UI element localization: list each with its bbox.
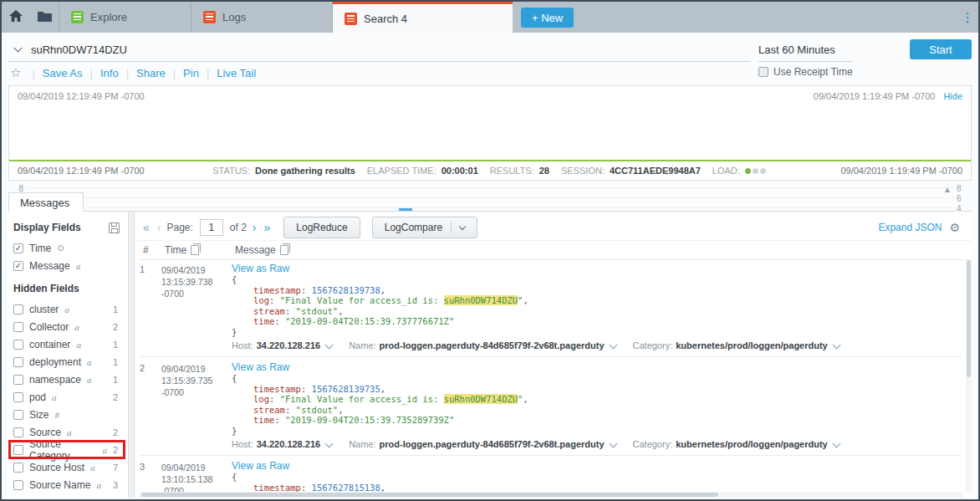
source-category-value: kubernetes/prod/loggen/pagerduty [676,340,828,350]
source-host-dropdown-icon[interactable] [325,340,334,349]
query-chevron-down-icon[interactable] [14,44,23,53]
pin-link[interactable]: Pin [183,67,199,79]
tab-search-4-label: Search 4 [364,13,407,25]
field-count: 1 [113,357,128,367]
favorite-star-icon[interactable]: ☆ [10,65,21,80]
json-key: log [253,295,269,305]
save-as-link[interactable]: Save As [43,67,83,79]
use-receipt-time-label: Use Receipt Time [773,66,853,78]
last-page-icon[interactable]: » [263,221,273,234]
message-rows: 1 09/04/2019 13:15:39.738 -0700 View as … [140,258,962,498]
hidden-field-source-host[interactable]: Source Host a 7 [8,458,128,476]
source-host-dropdown-icon[interactable] [325,439,334,447]
load-dot [760,168,766,174]
new-tab-button[interactable]: + New [521,8,574,28]
load-label: LOAD: [712,166,740,176]
view-as-raw-link[interactable]: View as Raw [232,361,962,373]
field-label: deployment [29,356,81,368]
field-checkbox[interactable] [13,261,23,271]
tab-search-4[interactable]: Search 4 [332,2,513,33]
row-metadata: Host:34.220.128.216Name:prod-loggen.page… [232,439,962,449]
logcompare-chevron-down-icon[interactable] [459,223,466,230]
tab-logs[interactable]: Logs [191,2,332,33]
vertical-scrollbar[interactable] [966,258,972,492]
sidebar-splitter[interactable] [128,212,135,498]
logcompare-button[interactable]: LogCompare [372,217,477,238]
next-page-icon[interactable]: › [251,221,258,234]
source-category-dropdown-icon[interactable] [832,439,840,447]
share-link[interactable]: Share [136,67,166,79]
field-checkbox[interactable] [13,445,23,455]
home-button[interactable] [2,2,30,33]
json-key: time [253,415,274,425]
highlighted-search-term: suRhn0DW714DZU [444,295,518,305]
page-label: Page: [166,222,192,233]
display-field-message[interactable]: Message a [8,257,128,274]
separator: | [32,67,34,79]
info-link[interactable]: Info [100,67,119,79]
logreduce-button[interactable]: LogReduce [283,217,360,238]
tab-messages[interactable]: Messages [8,192,84,212]
session-value: 4CC711AEDE9948A7 [610,166,701,176]
results-value: 28 [539,166,549,176]
start-button[interactable]: Start [910,39,972,59]
field-checkbox[interactable] [13,480,23,490]
hidden-field-size[interactable]: Size # [8,406,128,423]
view-as-raw-link[interactable]: View as Raw [232,460,962,472]
field-type-icon: a [87,357,92,367]
expand-json-link[interactable]: Expand JSON [878,222,942,233]
kebab-menu-icon[interactable]: ⋮ [957,2,978,33]
fields-sidebar: Display Fields Time ⊙ Message a Hidden F… [8,212,128,498]
scrollbar-thumb[interactable] [141,493,718,497]
hidden-field-deployment[interactable]: deployment a 1 [8,353,128,371]
sumo-logic-search-window: Explore Logs Search 4 + New ⋮ Last 60 Mi… [0,0,980,501]
page-number-input[interactable] [200,219,223,236]
copy-icon[interactable] [280,245,288,255]
use-receipt-time-checkbox[interactable] [758,67,768,77]
time-range-selector[interactable]: Last 60 Minutes [758,38,852,62]
hidden-field-collector[interactable]: Collector a 2 [8,318,128,335]
field-checkbox[interactable] [13,304,23,314]
display-field-time[interactable]: Time ⊙ [8,239,128,257]
hidden-field-container[interactable]: container a 1 [8,335,128,353]
source-category-dropdown-icon[interactable] [832,340,840,349]
hide-histogram-link[interactable]: Hide [943,91,962,101]
status-start-time: 09/04/2019 12:19:49 PM -0700 [18,166,145,176]
view-as-raw-link[interactable]: View as Raw [232,263,962,274]
field-checkbox[interactable] [13,243,23,253]
library-button[interactable] [30,2,59,33]
save-fields-icon[interactable] [109,222,120,233]
source-category-label: Category: [633,439,673,449]
hidden-field-pod[interactable]: pod a 2 [8,388,128,406]
tab-explore[interactable]: Explore [59,2,191,33]
field-checkbox[interactable] [13,375,23,385]
field-checkbox[interactable] [13,322,23,332]
copy-icon[interactable] [191,245,199,255]
field-label: pod [29,391,46,403]
hidden-field-cluster[interactable]: cluster a 1 [8,300,128,318]
field-checkbox[interactable] [13,357,23,367]
gear-icon[interactable]: ⚙ [949,221,960,234]
horizontal-scrollbar[interactable] [140,492,963,498]
field-checkbox[interactable] [13,410,23,420]
scrollbar-thumb[interactable] [967,260,971,377]
json-number-value: 1567627815138 [312,483,380,493]
field-checkbox[interactable] [13,427,23,437]
time-range-value: Last 60 Minutes [758,43,835,56]
first-page-icon[interactable]: « [141,221,151,234]
live-tail-link[interactable]: Live Tail [217,67,256,79]
field-count: 1 [113,304,128,314]
search-query-input[interactable] [31,43,751,56]
source-name-dropdown-icon[interactable] [609,340,617,349]
field-checkbox[interactable] [13,463,23,473]
source-name-dropdown-icon[interactable] [609,439,617,447]
hidden-field-source-category[interactable]: Source Category a 2 [8,441,128,458]
field-checkbox[interactable] [13,340,23,350]
prev-page-icon[interactable]: ‹ [156,221,163,234]
field-checkbox[interactable] [13,392,23,402]
json-string-value: "Final Value for access_id is: [280,394,444,404]
hidden-field-namespace[interactable]: namespace a 1 [8,371,128,388]
row-time: 09/04/2019 13:15:39.738 -0700 [161,263,228,350]
hidden-field-source-name[interactable]: Source Name a 3 [8,476,128,493]
collapse-panel-icon[interactable]: ▲ [943,185,952,194]
